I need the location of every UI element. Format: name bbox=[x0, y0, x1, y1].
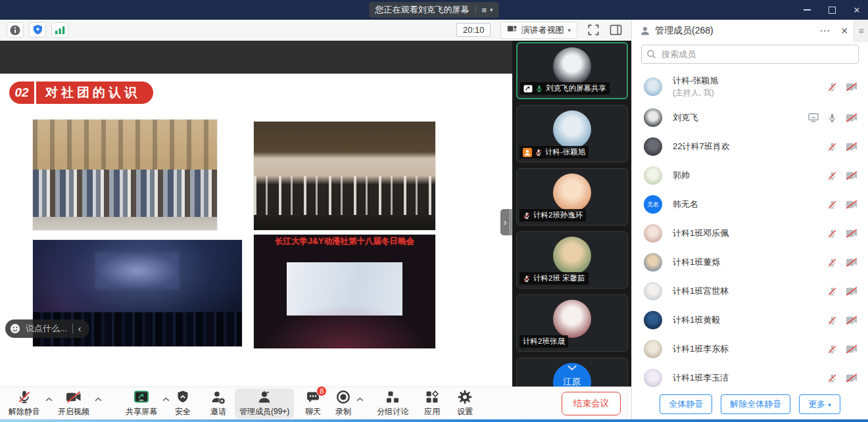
camera-off-icon[interactable] bbox=[846, 287, 857, 296]
unmute-all-button[interactable]: 解除全体静音 bbox=[721, 394, 790, 414]
member-row[interactable]: 计科1班宫世林 bbox=[632, 277, 868, 306]
member-row[interactable]: 计科1班黄毅 bbox=[632, 306, 868, 335]
screen-share-indicator-icon[interactable] bbox=[808, 113, 819, 122]
chevron-up-icon[interactable] bbox=[45, 397, 53, 402]
mic-muted-icon bbox=[535, 149, 542, 156]
camera-off-icon[interactable] bbox=[846, 229, 857, 238]
member-info: 韩无名 bbox=[673, 199, 698, 210]
camera-off-icon[interactable] bbox=[846, 113, 857, 122]
member-name: 计科1班李玉洁 bbox=[673, 372, 729, 384]
member-row[interactable]: 计科-张颖旭 (主持人, 我) bbox=[632, 70, 868, 103]
video-tile[interactable]: 江原 江原 bbox=[516, 358, 628, 387]
content-row: 02 对社团的认识 长江大学J&Y动漫社第十八届冬日晚会 说点什么.. bbox=[0, 41, 631, 387]
panel-menu-icon[interactable]: ≡ bbox=[854, 20, 868, 42]
mic-muted-icon[interactable] bbox=[827, 344, 837, 354]
panel-close-icon[interactable]: ✕ bbox=[835, 20, 854, 42]
quick-chat-input[interactable]: 说点什么... ‹ bbox=[5, 319, 89, 338]
toolbar-item-share-screen[interactable]: 共享屏幕 bbox=[121, 388, 162, 419]
more-actions-button[interactable]: 更多▾ bbox=[799, 394, 840, 414]
mic-muted-icon[interactable] bbox=[827, 373, 837, 383]
video-tile[interactable]: 刘克飞的屏幕共享 bbox=[516, 42, 628, 99]
member-panel-footer: 全体静音 解除全体静音 更多▾ bbox=[632, 389, 868, 419]
member-row[interactable]: 无名 韩无名 bbox=[632, 190, 868, 219]
member-name: 计科1班黄毅 bbox=[673, 314, 720, 326]
toolbar-item-mic-muted[interactable]: 解除静音 bbox=[4, 388, 45, 419]
chat-icon: 8 bbox=[306, 390, 320, 405]
member-row[interactable]: 计科1班李东标 bbox=[632, 335, 868, 363]
camera-off-icon[interactable] bbox=[846, 200, 857, 209]
close-button[interactable]: ✕ bbox=[852, 5, 861, 14]
member-row[interactable]: 计科1班邓乐佩 bbox=[632, 219, 868, 248]
member-info: 刘克飞 bbox=[673, 112, 698, 124]
member-name: 韩无名 bbox=[673, 199, 698, 210]
member-status-icons bbox=[827, 171, 857, 181]
camera-off-icon[interactable] bbox=[846, 171, 857, 180]
toolbar-item-apps[interactable]: 应用 bbox=[420, 388, 445, 419]
pill-menu-icon[interactable]: ≡ bbox=[481, 5, 487, 15]
video-tile[interactable]: 计科-张颖旭 bbox=[516, 105, 628, 162]
video-strip-collapse-handle[interactable]: › bbox=[500, 209, 512, 235]
member-row[interactable]: 计科1班李玉洁 bbox=[632, 363, 868, 389]
minimize-button[interactable] bbox=[802, 5, 811, 14]
camera-off-icon[interactable] bbox=[846, 344, 857, 354]
camera-off-icon[interactable] bbox=[846, 316, 857, 325]
chevron-up-icon[interactable] bbox=[356, 397, 364, 402]
camera-off-icon[interactable] bbox=[846, 258, 857, 267]
member-row[interactable]: 22计科7班肖欢 bbox=[632, 132, 868, 161]
divider bbox=[475, 5, 475, 14]
slide-photo-indoor-group bbox=[254, 122, 435, 230]
toolbar-item-members[interactable]: 管理成员(99+) bbox=[235, 388, 294, 419]
chevron-up-icon[interactable] bbox=[95, 397, 102, 402]
caret-down-icon: ▾ bbox=[567, 27, 571, 34]
member-search-input[interactable] bbox=[641, 45, 859, 64]
camera-off-icon[interactable] bbox=[846, 142, 857, 151]
shared-screen-area: 02 对社团的认识 长江大学J&Y动漫社第十八届冬日晚会 说点什么.. bbox=[0, 41, 512, 387]
mic-on-icon[interactable] bbox=[827, 113, 837, 123]
video-tile-label: 计科2班张晟 bbox=[519, 335, 568, 348]
camera-off-icon[interactable] bbox=[846, 82, 857, 91]
maximize-button[interactable] bbox=[827, 5, 836, 14]
security-shield-icon[interactable] bbox=[29, 22, 46, 37]
settings-icon bbox=[458, 390, 472, 405]
member-status-icons bbox=[827, 373, 857, 383]
toolbar-item-camera-off[interactable]: 开启视频 bbox=[53, 388, 94, 419]
mic-muted-icon[interactable] bbox=[827, 171, 837, 181]
mic-muted-icon[interactable] bbox=[827, 258, 837, 268]
window-controls: ✕ bbox=[802, 0, 861, 20]
mic-muted-icon[interactable] bbox=[827, 287, 837, 296]
chevron-up-icon[interactable] bbox=[162, 397, 170, 402]
mic-muted-icon[interactable] bbox=[827, 142, 837, 152]
member-list: 计科-张颖旭 (主持人, 我) 刘克飞 22计科7班肖欢 bbox=[632, 66, 868, 389]
network-signal-icon[interactable] bbox=[51, 22, 68, 37]
member-status-icons bbox=[827, 142, 857, 152]
video-tile[interactable]: 计科2班孙逸环 bbox=[516, 168, 628, 225]
mute-all-button[interactable]: 全体静音 bbox=[660, 394, 712, 414]
fullscreen-icon[interactable] bbox=[587, 24, 600, 36]
video-tile[interactable]: 计科2班 宋馨茹 bbox=[516, 231, 628, 289]
chevron-down-icon[interactable] bbox=[567, 362, 577, 373]
toolbar-item-settings[interactable]: 设置 bbox=[452, 388, 477, 419]
watching-screen-pill[interactable]: 您正在观看刘克飞的屏幕 ≡ ▾ bbox=[369, 2, 498, 18]
toolbar-item-invite[interactable]: 邀请 bbox=[206, 388, 231, 419]
toolbar-item-breakout[interactable]: 分组讨论 bbox=[372, 388, 413, 419]
meeting-info-icon[interactable] bbox=[7, 22, 24, 37]
view-mode-dropdown[interactable]: 演讲者视图 ▾ bbox=[500, 22, 577, 39]
chevron-left-icon[interactable]: ‹ bbox=[78, 323, 82, 334]
panel-more-icon[interactable]: ⋯ bbox=[814, 20, 835, 42]
camera-off-icon[interactable] bbox=[846, 373, 857, 383]
toolbar-item-security[interactable]: 安全 bbox=[170, 388, 195, 419]
toolbar-item-record[interactable]: 录制 bbox=[331, 388, 356, 419]
mic-muted-icon[interactable] bbox=[827, 82, 837, 92]
mic-muted-icon[interactable] bbox=[827, 200, 837, 210]
video-tile[interactable]: 计科2班张晟 bbox=[516, 294, 628, 352]
member-row[interactable]: 计科1班董烁 bbox=[632, 248, 868, 277]
end-meeting-button[interactable]: 结束会议 bbox=[562, 392, 621, 415]
shared-slide: 02 对社团的认识 长江大学J&Y动漫社第十八届冬日晚会 说点什么.. bbox=[0, 74, 512, 387]
side-panel-toggle-icon[interactable] bbox=[610, 24, 622, 35]
mic-muted-icon[interactable] bbox=[827, 316, 837, 325]
toolbar-item-chat[interactable]: 8 聊天 bbox=[301, 388, 326, 419]
member-row[interactable]: 郭帅 bbox=[632, 161, 868, 190]
avatar: 无名 bbox=[644, 195, 662, 214]
member-row[interactable]: 刘克飞 bbox=[632, 103, 868, 132]
mic-muted-icon[interactable] bbox=[827, 229, 837, 239]
